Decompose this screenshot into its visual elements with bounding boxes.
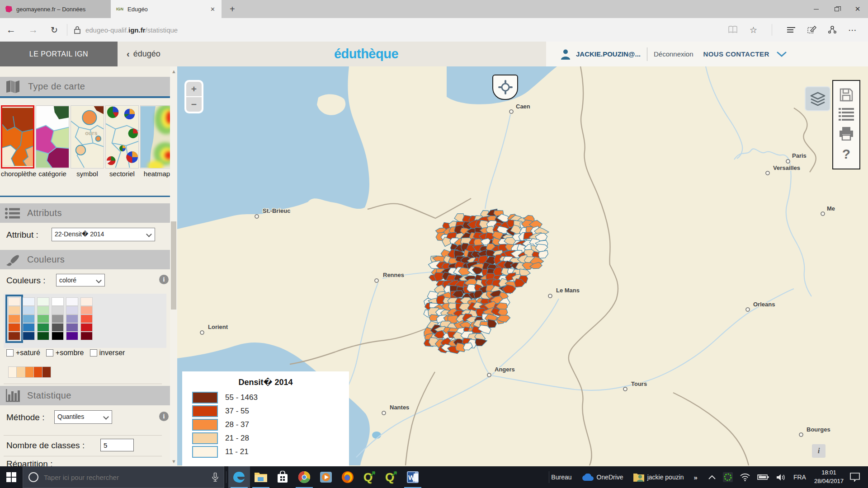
map-type-heatmap[interactable]: heatmap bbox=[140, 105, 174, 178]
search-input[interactable] bbox=[44, 474, 207, 481]
taskbar-word[interactable]: W bbox=[402, 466, 424, 488]
svg-text:ours: ours bbox=[85, 130, 97, 136]
username-menu[interactable]: JACKIE.POUZIN@... bbox=[576, 50, 641, 58]
back-button[interactable]: ← bbox=[0, 24, 22, 35]
colors-info-icon[interactable]: i bbox=[159, 275, 169, 284]
method-info-icon[interactable]: i bbox=[159, 412, 169, 421]
toolbar-overflow-icon[interactable]: » bbox=[694, 474, 698, 481]
checkbox-label: +sombre bbox=[56, 349, 84, 357]
hub-icon[interactable] bbox=[787, 27, 796, 33]
palette-swatch bbox=[23, 332, 35, 340]
windows-logo-icon bbox=[6, 472, 16, 482]
tab-geomayenne[interactable]: geomayenne.fr – Données bbox=[0, 0, 111, 18]
zoom-out-button[interactable]: − bbox=[186, 97, 202, 112]
refresh-button[interactable]: ↻ bbox=[44, 25, 64, 35]
window-close-button[interactable]: ✕ bbox=[847, 0, 868, 18]
taskbar-media-player[interactable] bbox=[315, 466, 337, 488]
print-icon[interactable] bbox=[839, 127, 854, 141]
taskbar-store[interactable] bbox=[272, 466, 293, 488]
city-name: Tours bbox=[631, 380, 647, 387]
sidebar-scrollbar[interactable]: ▲ ▼ bbox=[170, 66, 177, 466]
taskbar-qgis-1[interactable]: Q bbox=[359, 466, 380, 488]
taskbar-search[interactable] bbox=[23, 466, 224, 488]
scrollbar-thumb[interactable] bbox=[171, 221, 176, 310]
palette-column[interactable] bbox=[37, 297, 49, 340]
invert-checkbox[interactable]: inverser bbox=[90, 349, 125, 357]
saturate-checkbox[interactable]: +saturé bbox=[6, 349, 40, 357]
sidebar: Type de carte choroplèthe bbox=[0, 66, 177, 466]
battery-icon[interactable] bbox=[757, 474, 769, 480]
tray-app-icon[interactable] bbox=[723, 472, 733, 482]
map-type-sectorial[interactable]: sectoriel bbox=[105, 105, 139, 178]
edge-icon bbox=[232, 470, 246, 484]
favorites-star-icon[interactable]: ☆ bbox=[750, 25, 757, 35]
map-type-category[interactable]: catégorie bbox=[36, 105, 69, 178]
palette-column[interactable] bbox=[52, 297, 64, 340]
taskbar-explorer[interactable] bbox=[250, 466, 272, 488]
forward-button[interactable]: → bbox=[22, 24, 44, 35]
contact-link[interactable]: NOUS CONTACTER bbox=[703, 50, 769, 58]
taskbar-clock[interactable]: 18:01 28/04/2017 bbox=[814, 469, 844, 486]
window-minimize-button[interactable] bbox=[806, 0, 826, 18]
logout-link[interactable]: Déconnexion bbox=[654, 50, 693, 58]
attribute-select[interactable]: 22-Densit� 2014 bbox=[52, 228, 155, 241]
start-button[interactable] bbox=[0, 466, 23, 488]
user-folder-icon bbox=[633, 473, 644, 482]
microphone-icon[interactable] bbox=[212, 473, 218, 482]
taskbar-edge[interactable] bbox=[228, 466, 250, 488]
info-button[interactable]: i bbox=[812, 444, 826, 458]
tab-close-icon[interactable]: ✕ bbox=[209, 6, 216, 13]
portal-ign-button[interactable]: LE PORTAIL IGN bbox=[0, 42, 118, 66]
palette-column[interactable] bbox=[8, 297, 20, 340]
map-toolbar: ? bbox=[832, 80, 860, 169]
locate-button[interactable] bbox=[492, 75, 518, 100]
show-hidden-icons[interactable] bbox=[708, 475, 716, 479]
classes-label: Nombre de classes : bbox=[6, 441, 85, 450]
taskbar-chrome[interactable] bbox=[293, 466, 315, 488]
onedrive-toolbar[interactable]: OneDrive bbox=[582, 474, 623, 481]
web-note-icon[interactable] bbox=[807, 26, 816, 34]
classes-input[interactable] bbox=[100, 439, 134, 451]
colors-select[interactable]: coloré bbox=[56, 274, 105, 286]
zoom-in-button[interactable]: + bbox=[186, 82, 202, 96]
volume-icon[interactable] bbox=[776, 474, 786, 481]
wifi-icon[interactable] bbox=[740, 474, 750, 481]
palette-column[interactable] bbox=[23, 297, 35, 340]
taskbar-firefox[interactable] bbox=[337, 466, 359, 488]
chrome-icon bbox=[298, 471, 311, 483]
tab-edugeo[interactable]: IGN Edugéo ✕ bbox=[111, 0, 222, 18]
palette-column[interactable] bbox=[66, 297, 78, 340]
edugeo-back-link[interactable]: édugéo bbox=[133, 49, 160, 59]
user-folder-toolbar[interactable]: jackie pouzin bbox=[633, 473, 684, 482]
chevron-down-icon[interactable] bbox=[777, 52, 787, 57]
window-restore-button[interactable] bbox=[826, 0, 847, 18]
scroll-down-icon[interactable]: ▼ bbox=[171, 459, 176, 464]
new-tab-button[interactable]: + bbox=[222, 0, 243, 18]
divider bbox=[226, 471, 226, 483]
method-label: Méthode : bbox=[6, 413, 45, 422]
section-title: Statistique bbox=[27, 390, 71, 401]
scroll-up-icon[interactable]: ▲ bbox=[171, 69, 176, 74]
darken-checkbox[interactable]: +sombre bbox=[46, 349, 84, 357]
language-indicator[interactable]: FRA bbox=[793, 474, 806, 481]
reading-view-icon[interactable] bbox=[728, 26, 738, 34]
url-field[interactable]: edugeo-qualif.ign.fr/statistique bbox=[70, 25, 728, 34]
more-options-icon[interactable]: ⋯ bbox=[848, 25, 857, 35]
svg-text:Q: Q bbox=[385, 470, 394, 484]
map-type-choropleth[interactable]: choroplèthe bbox=[1, 105, 34, 178]
save-icon[interactable] bbox=[839, 88, 854, 102]
url-text: edugeo-qualif.ign.fr/statistique bbox=[85, 26, 178, 34]
help-button[interactable]: ? bbox=[842, 146, 850, 162]
palette-column[interactable] bbox=[80, 297, 93, 340]
layers-button[interactable] bbox=[805, 86, 830, 111]
taskbar-qgis-2[interactable]: Q bbox=[380, 466, 402, 488]
map-canvas[interactable]: CaenSt.-BrieucRennesLorientLe MansAngers… bbox=[177, 66, 868, 466]
onedrive-label: OneDrive bbox=[597, 474, 623, 481]
method-select[interactable]: Quantiles bbox=[54, 410, 112, 424]
section-header-statistic: Statistique bbox=[0, 386, 170, 405]
desktop-toolbar[interactable]: Bureau bbox=[551, 474, 571, 481]
share-icon[interactable] bbox=[828, 26, 836, 34]
action-center-icon[interactable] bbox=[850, 473, 860, 482]
legend-list-icon[interactable] bbox=[839, 108, 854, 121]
map-type-symbol[interactable]: ours symbol bbox=[71, 105, 104, 178]
